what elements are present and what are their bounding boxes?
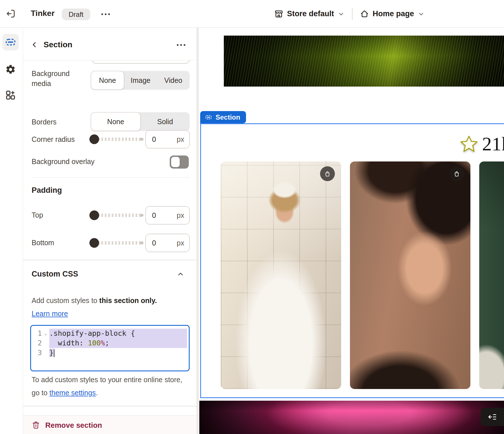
background-overlay-label: Background overlay [32,157,95,167]
ugc-card-3[interactable] [479,161,504,389]
padding-bottom-label: Bottom [32,238,54,248]
padding-bottom-input-wrap: px [146,234,190,252]
code-line: 2 width: 100%; [34,338,187,348]
shopping-bag-button[interactable] [320,166,335,181]
slider-track[interactable] [98,241,141,245]
custom-css-editor[interactable]: 1⌄.shopify-app-block {2 width: 100%;3} [30,325,190,371]
background-media-segmented: None Image Video [91,71,190,90]
rail-item-app-embeds[interactable] [2,87,19,103]
panel-title: Section [44,40,72,49]
padding-top-unit: px [177,211,184,220]
borders-label: Borders [32,117,57,127]
chevron-down-icon [418,11,425,17]
background-media-option-video[interactable]: Video [157,71,190,90]
corner-radius-slider[interactable] [89,134,144,144]
corner-radius-input-wrap: px [146,130,190,148]
code-line: 3} [34,348,187,358]
borders-option-none[interactable]: None [91,112,141,131]
page-selector-label: Home page [373,9,414,18]
topbar: Tinker Draft Store default [0,0,504,28]
shopping-bag-button[interactable] [449,166,464,181]
rail-item-sections[interactable] [2,34,19,50]
sections-icon [5,36,17,48]
panel-header: Section [23,28,196,60]
section-badge-label: Section [216,113,240,121]
theme-settings-link[interactable]: theme settings [50,389,96,397]
trash-icon [32,421,40,429]
borders-segmented: None Solid [91,112,190,131]
code-fold-icon[interactable]: ⌄ [42,329,49,338]
store-selector[interactable]: Store default [274,9,345,19]
code-line: 1⌄.shopify-app-block { [34,329,187,338]
remove-section-label: Remove section [45,421,102,430]
slider-knob[interactable] [89,134,99,144]
background-media-option-none[interactable]: None [91,71,124,90]
exit-button[interactable] [5,8,17,19]
background-media-option-image[interactable]: Image [124,71,157,90]
padding-top-input-wrap: px [146,206,190,224]
slider-knob[interactable] [89,238,99,248]
slider-knob[interactable] [89,210,99,220]
padding-bottom-unit: px [177,239,184,247]
background-media-label: Background media [32,69,89,89]
panel-footer: Remove section [23,415,196,434]
star-icon [460,135,478,152]
status-badge: Draft [62,9,90,20]
preview-inspector-toggle[interactable] [481,408,504,426]
chevron-left-icon [31,41,38,48]
section-divider [23,406,196,406]
divider [32,177,190,178]
preview-top-image[interactable] [224,36,504,87]
learn-more-link[interactable]: Learn more [32,310,68,318]
custom-css-description-bold: this section only. [99,296,157,304]
topbar-context-switchers: Store default Home page [274,0,425,28]
shopping-bag-icon [324,170,331,177]
gear-icon [5,64,16,75]
page-selector[interactable]: Home page [360,9,425,19]
shopping-bag-icon [453,170,460,177]
padding-top-slider[interactable] [89,210,144,220]
slider-track[interactable] [98,214,141,217]
back-button[interactable] [29,40,40,50]
custom-css-heading: Custom CSS [32,270,78,279]
sidebar-rail [0,28,23,434]
exit-icon [6,9,16,19]
store-icon [274,9,283,19]
code-lines: 1⌄.shopify-app-block {2 width: 100%;3} [34,329,187,358]
theme-editor: Tinker Draft Store default [0,0,504,434]
topbar-more-button[interactable] [100,10,111,18]
sections-icon [205,113,212,121]
rating-value: 21k [482,134,504,153]
rail-item-theme-settings[interactable] [2,61,19,78]
app-embeds-icon [5,90,16,101]
custom-css-description: Add custom styles to this section only. [32,294,157,307]
remove-section-button[interactable]: Remove section [32,418,102,433]
padding-heading: Padding [32,186,62,195]
rating-block[interactable]: 21k [460,132,504,156]
preview-bottom-image[interactable] [199,401,504,434]
padding-bottom-slider[interactable] [89,238,144,248]
home-icon [360,9,369,19]
section-divider [23,260,196,260]
section-badge[interactable]: Section [200,111,246,123]
app-title: Tinker [31,9,55,18]
ugc-card-2[interactable] [350,161,470,389]
background-overlay-toggle[interactable] [170,155,189,169]
section-settings-panel: Section Background media None Image Vide… [23,28,196,434]
chevron-up-icon [177,271,184,278]
topbar-divider [352,8,353,20]
borders-option-solid[interactable]: Solid [141,112,190,131]
corner-radius-unit: px [177,135,184,144]
corner-radius-label: Corner radius [32,134,75,144]
slider-track[interactable] [98,138,141,141]
custom-css-footer-text: To add custom styles to your entire onli… [32,373,182,399]
collapse-icon [487,412,497,422]
chevron-down-icon [338,11,345,17]
store-selector-label: Store default [287,9,334,18]
ugc-card-1[interactable] [221,161,341,389]
toggle-knob [171,157,180,167]
panel-more-button[interactable] [177,41,185,49]
padding-top-label: Top [32,210,43,220]
custom-css-collapse-button[interactable] [175,269,186,280]
